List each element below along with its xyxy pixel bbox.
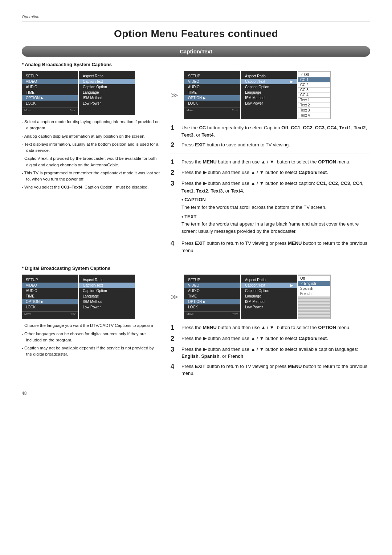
- digital-lang-options: Off ✓ English Spanish French: [298, 275, 331, 319]
- digital-menu1-sub: Aspect Ratio Caption/Text Caption Option…: [79, 275, 135, 319]
- analog-menu2: SETUP VIDEO AUDIO TIME OPTION ▶ LOCK Mov…: [184, 71, 240, 119]
- top-rule: [22, 21, 370, 21]
- analog-menu2-sub: Aspect Ratio Caption/Text▶ Caption Optio…: [241, 71, 297, 119]
- digital-section: * Digital Broadcasting System Captions S…: [22, 266, 370, 380]
- digital-menu2: SETUP VIDEO AUDIO TIME OPTION ▶ LOCK Mov…: [184, 275, 240, 319]
- digital-section-title: * Digital Broadcasting System Captions: [22, 266, 370, 271]
- digital-menu2-sub: Aspect Ratio Caption/Text▶ Caption Optio…: [241, 275, 297, 319]
- page-number: 48: [22, 391, 370, 396]
- analog-section-title: * Analog Broadcasting System Captions: [22, 62, 370, 67]
- digital-menu1: SETUP VIDEO AUDIO TIME OPTION ▶ LOCK Mov…: [22, 275, 78, 319]
- analog-steps-part1: 1 Use the CC button repeatedly to select…: [171, 124, 370, 149]
- operation-label: Operation: [22, 15, 370, 19]
- analog-menu1-sub: Aspect Ratio Caption/Text Caption Option…: [79, 71, 135, 115]
- digital-steps: 1 Press the MENU button and then use ▲ /…: [171, 324, 370, 377]
- analog-section: * Analog Broadcasting System Captions SE…: [22, 62, 370, 257]
- analog-bullet-list: Select a caption mode for displaying cap…: [22, 119, 160, 191]
- digital-bullet-list: Choose the language you want the DTV/CAD…: [22, 323, 160, 357]
- caption-text-header: Caption/Text: [22, 46, 370, 57]
- analog-caption-options: ✓ Off CC 1 CC 2 CC 3 CC 4 Text 1 Text 2 …: [298, 71, 331, 119]
- analog-steps-part2: 1 Press the MENU button and then use ▲ /…: [171, 158, 370, 254]
- analog-menu1: SETUP VIDEO AUDIO TIME OPTION ▶ LOCK Mov…: [22, 71, 78, 115]
- page-title: Option Menu Features continued: [22, 28, 370, 40]
